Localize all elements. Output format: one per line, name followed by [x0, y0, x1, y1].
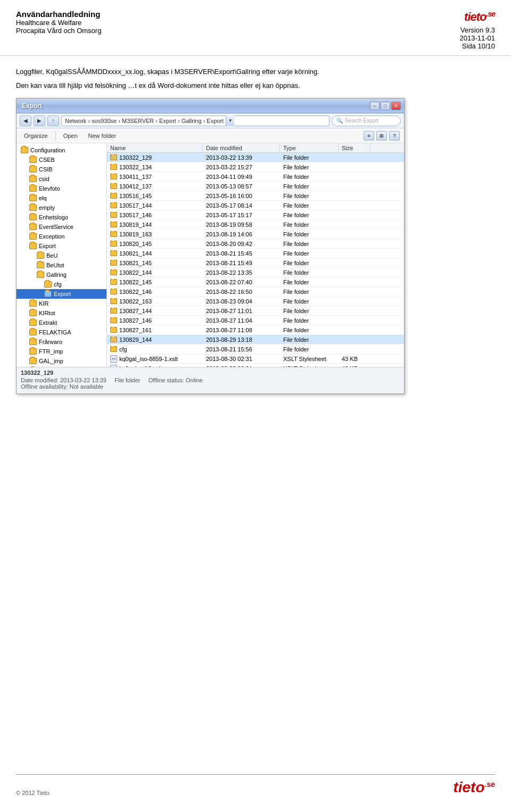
tree-item-kirtot[interactable]: KIRtot — [17, 308, 106, 318]
subtitle1: Healthcare & Welfare — [16, 19, 101, 27]
tree-item-extrakt[interactable]: Extrakt — [17, 318, 106, 327]
col-type[interactable]: Type — [280, 143, 339, 152]
new-folder-button[interactable]: New folder — [85, 132, 120, 140]
tree-item-label: cfg — [54, 281, 62, 288]
file-name-cell: 130819_163 — [107, 231, 203, 237]
tree-item-elq[interactable]: elq — [17, 193, 106, 203]
col-size[interactable]: Size — [339, 143, 370, 152]
tree-item-label: FTR_imp — [39, 348, 63, 355]
file-type-cell: File folder — [280, 154, 339, 161]
file-row[interactable]: 130517_1442013-05-17 08:14File folder — [107, 201, 404, 210]
tree-item-elevfoto[interactable]: Elevfoto — [17, 184, 106, 193]
tree-item-label: KIR — [39, 300, 48, 307]
explorer-statusbar: 130322_129 Date modified: 2013-03-22 13:… — [17, 367, 404, 393]
tree-item-enhetslogo[interactable]: Enhetslogo — [17, 212, 106, 222]
close-button[interactable]: ✕ — [391, 102, 401, 110]
tree-item-label: KIRtot — [39, 310, 55, 316]
help-button[interactable]: ? — [389, 131, 400, 141]
tree-item-export[interactable]: Export — [17, 289, 106, 299]
tree-item-frånvaro[interactable]: Frånvaro — [17, 337, 106, 347]
tree-item-exception[interactable]: Exception — [17, 232, 106, 241]
folder-icon — [110, 317, 117, 323]
file-row[interactable]: 130517_1462013-05-17 15:17File folder — [107, 210, 404, 220]
file-date-cell: 2013-05-17 08:14 — [203, 202, 280, 209]
col-date[interactable]: Date modified — [203, 143, 280, 152]
file-row[interactable]: 130822_1442013-08-22 13:35File folder — [107, 268, 404, 277]
tree-item-beu[interactable]: BeU — [17, 251, 106, 260]
up-button[interactable]: ↑ — [47, 116, 59, 126]
file-name-cell: 130322_134 — [107, 164, 203, 170]
minimize-button[interactable]: ─ — [370, 102, 380, 110]
file-date-cell: 2013-08-21 15:49 — [203, 260, 280, 266]
tree-item-cseb[interactable]: CSEB — [17, 155, 106, 165]
address-bar[interactable]: Network › sos930se › M3SERVER › Export ›… — [61, 116, 329, 126]
search-bar[interactable]: 🔍 Search Export — [332, 116, 401, 126]
file-row[interactable]: 130827_1462013-08-27 11:04File folder — [107, 316, 404, 325]
file-date-cell: 2013-08-27 11:01 — [203, 308, 280, 314]
tree-item-csid[interactable]: csid — [17, 174, 106, 184]
page-content: Loggfiler, Kq0galSSÅÅMMDDxxxx_xx.log, sk… — [0, 56, 511, 405]
folder-tree[interactable]: ConfigurationCSEBCSIBcsidElevfotoelqempt… — [17, 143, 107, 367]
tree-item-configuration[interactable]: Configuration — [17, 145, 106, 155]
file-name-cell: 130517_144 — [107, 202, 203, 209]
folder-icon — [110, 269, 117, 275]
page-header: Användarhandledning Healthcare & Welfare… — [0, 0, 511, 56]
file-row[interactable]: 130827_1612013-08-27 11:08File folder — [107, 325, 404, 335]
file-row[interactable]: 130516_1452013-05-16 16:00File folder — [107, 191, 404, 201]
tree-item-eventservice[interactable]: EventService — [17, 222, 106, 232]
file-row[interactable]: 130411_1372013-04-11 09:49File folder — [107, 172, 404, 182]
address-dropdown[interactable]: ▼ — [226, 116, 234, 126]
tree-item-kir[interactable]: KIR — [17, 299, 106, 308]
file-list[interactable]: Name Date modified Type Size 130322_1292… — [107, 143, 404, 367]
file-date-cell: 2013-05-16 16:00 — [203, 193, 280, 199]
forward-button[interactable]: ▶ — [34, 116, 45, 126]
tree-item-empty[interactable]: empty — [17, 203, 106, 212]
file-row[interactable]: cfg2013-08-21 15:56File folder — [107, 345, 404, 354]
folder-icon — [110, 279, 117, 285]
status-availability: Offline availability: Not available — [21, 383, 400, 390]
tree-item-export[interactable]: Export — [17, 241, 106, 251]
file-row[interactable]: 130822_1462013-08-22 16:50File folder — [107, 287, 404, 297]
file-row[interactable]: 130322_1342013-03-22 15:27File folder — [107, 162, 404, 172]
file-row[interactable]: 130819_1632013-08-19 14:06File folder — [107, 229, 404, 239]
file-row[interactable]: 130822_1452013-08-22 07:40File folder — [107, 277, 404, 287]
file-row[interactable]: 130412_1372013-05-13 08:57File folder — [107, 182, 404, 191]
tree-item-ftr_imp[interactable]: FTR_imp — [17, 347, 106, 356]
file-name-cell: 130822_146 — [107, 289, 203, 295]
folder-icon — [29, 339, 37, 345]
file-row[interactable]: 130829_1442013-08-29 13:18File folder — [107, 335, 404, 345]
folder-icon — [44, 291, 52, 297]
tree-item-gal_imp[interactable]: GAL_imp — [17, 356, 106, 366]
view-button-2[interactable]: ⊞ — [376, 131, 387, 141]
folder-icon — [29, 224, 37, 230]
tree-item-csib[interactable]: CSIB — [17, 165, 106, 174]
file-row[interactable]: 130821_1452013-08-21 15:49File folder — [107, 258, 404, 268]
tree-item-beutot[interactable]: BeUtot — [17, 260, 106, 270]
file-row[interactable]: 130827_1442013-08-27 11:01File folder — [107, 306, 404, 316]
folder-icon — [37, 262, 44, 268]
tree-item-label: empty — [39, 204, 55, 211]
folder-icon — [110, 183, 117, 189]
tree-item-label: EventService — [39, 224, 73, 230]
file-row[interactable]: 130822_1632013-08-23 09:04File folder — [107, 297, 404, 306]
tree-item-gallring[interactable]: Gallring — [17, 366, 106, 367]
tree-item-cfg[interactable]: cfg — [17, 280, 106, 289]
file-row[interactable]: XSkq0gal_iso-8859-1.xslt2013-08-30 02:31… — [107, 354, 404, 364]
maximize-button[interactable]: □ — [381, 102, 390, 110]
file-row[interactable]: 130821_1442013-08-21 15:45File folder — [107, 249, 404, 258]
tree-item-gallring[interactable]: Gallring — [17, 270, 106, 280]
view-button-1[interactable]: ≡ — [364, 131, 374, 141]
col-name[interactable]: Name — [107, 143, 203, 152]
file-row[interactable]: XSkq0gal_utf-8.xslt2013-08-30 02:31XSLT … — [107, 364, 404, 367]
organize-button[interactable]: Organize — [21, 132, 51, 140]
footer-tieto-logo: tieto.se — [453, 779, 495, 796]
file-row[interactable]: 130819_1442013-08-19 09:58File folder — [107, 220, 404, 229]
folder-icon — [29, 176, 37, 182]
tree-item-felaktiga[interactable]: FELAKTIGA — [17, 327, 106, 337]
explorer-window[interactable]: Export ─ □ ✕ ◀ ▶ ↑ Network › sos930se › … — [16, 98, 405, 394]
open-button[interactable]: Open — [60, 132, 81, 140]
file-row[interactable]: 130820_1452013-08-20 09:42File folder — [107, 239, 404, 249]
back-button[interactable]: ◀ — [20, 116, 31, 126]
page-footer: © 2012 Tieto tieto.se — [16, 774, 495, 796]
file-row[interactable]: 130322_1292013-03-22 13:39File folder — [107, 153, 404, 162]
